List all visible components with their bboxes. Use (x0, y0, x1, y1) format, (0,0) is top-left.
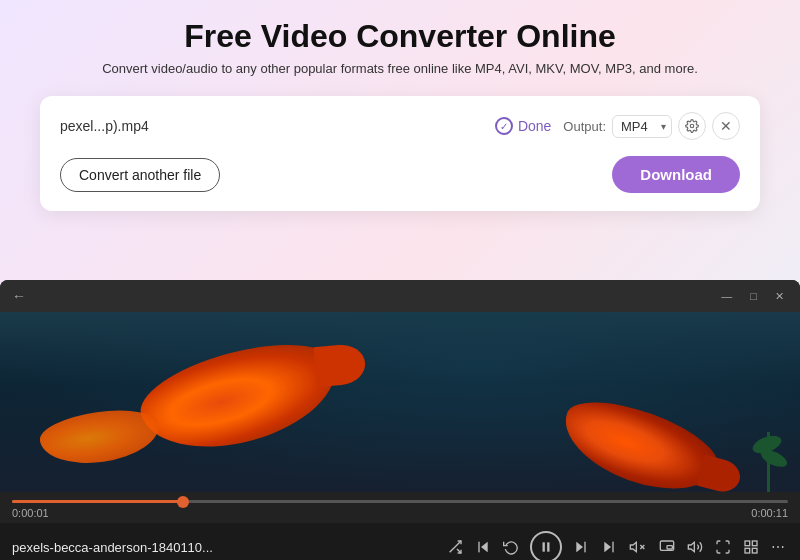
done-check-icon: ✓ (495, 117, 513, 135)
prev-track-icon[interactable] (472, 536, 494, 558)
player-close-btn[interactable]: ✕ (771, 288, 788, 305)
convert-another-button[interactable]: Convert another file (60, 158, 220, 192)
video-player: ← — □ ✕ 0:00:01 0:00:11 pexels-becca-a (0, 280, 800, 560)
player-minimize-btn[interactable]: — (717, 288, 736, 304)
output-label: Output: (563, 119, 606, 134)
next-frame-icon[interactable] (570, 536, 592, 558)
svg-rect-20 (752, 548, 757, 553)
player-back-icon[interactable]: ← (12, 288, 26, 304)
fullscreen-icon[interactable] (712, 536, 734, 558)
close-icon-btn[interactable]: ✕ (712, 112, 740, 140)
player-maximize-btn[interactable]: □ (746, 288, 761, 304)
volume-icon[interactable] (684, 536, 706, 558)
svg-rect-15 (667, 546, 672, 549)
output-section: Output: MP4 AVI MKV MOV MP3 ✕ (563, 112, 740, 140)
shuffle-icon[interactable] (444, 536, 466, 558)
player-extra-controls: ⋯ (656, 536, 788, 558)
player-right-controls (570, 536, 648, 558)
progress-track[interactable] (12, 500, 788, 503)
download-button[interactable]: Download (612, 156, 740, 193)
svg-marker-16 (688, 542, 694, 551)
done-label: Done (518, 118, 551, 134)
replay-icon[interactable] (500, 536, 522, 558)
file-name: pexel...p).mp4 (60, 118, 483, 134)
player-filename: pexels-becca-anderson-1840110... (12, 540, 436, 555)
next-track-icon[interactable] (598, 536, 620, 558)
water-plant (767, 432, 770, 492)
svg-rect-8 (584, 542, 585, 553)
settings-icon-btn[interactable] (678, 112, 706, 140)
player-window-controls: — □ ✕ (717, 288, 788, 305)
player-titlebar: ← — □ ✕ (0, 280, 800, 312)
total-time: 0:00:11 (751, 507, 788, 519)
page-title: Free Video Converter Online (10, 18, 790, 55)
svg-marker-3 (481, 542, 488, 553)
svg-marker-9 (604, 542, 611, 553)
svg-rect-18 (752, 541, 757, 546)
done-badge: ✓ Done (495, 117, 551, 135)
svg-rect-10 (612, 542, 613, 553)
svg-rect-4 (478, 542, 479, 553)
fish-scene (0, 312, 800, 492)
progress-thumb (177, 496, 189, 508)
play-pause-button[interactable] (530, 531, 562, 560)
card-top-row: pexel...p).mp4 ✓ Done Output: MP4 AVI MK… (60, 112, 740, 140)
format-wrapper[interactable]: MP4 AVI MKV MOV MP3 (612, 115, 672, 138)
player-left-controls (444, 536, 522, 558)
video-area (0, 312, 800, 492)
format-select[interactable]: MP4 AVI MKV MOV MP3 (612, 115, 672, 138)
card-bottom-row: Convert another file Download (60, 156, 740, 193)
page-subtitle: Convert video/audio to any other popular… (10, 61, 790, 76)
player-controls-bar: pexels-becca-anderson-1840110... (0, 523, 800, 560)
svg-rect-17 (745, 541, 750, 546)
more-options-icon[interactable]: ⋯ (768, 536, 788, 558)
progress-filled (12, 500, 183, 503)
player-progress-bar: 0:00:01 0:00:11 (0, 492, 800, 523)
svg-rect-5 (543, 542, 545, 551)
current-time: 0:00:01 (12, 507, 49, 519)
page-header: Free Video Converter Online Convert vide… (0, 0, 800, 82)
svg-marker-11 (630, 542, 636, 551)
time-row: 0:00:01 0:00:11 (12, 507, 788, 519)
svg-point-0 (690, 124, 694, 128)
converter-card: pexel...p).mp4 ✓ Done Output: MP4 AVI MK… (40, 96, 760, 211)
pip-icon[interactable] (656, 536, 678, 558)
svg-rect-19 (745, 548, 750, 553)
svg-marker-7 (576, 542, 583, 553)
svg-rect-6 (547, 542, 549, 551)
mute-icon[interactable] (626, 536, 648, 558)
zoom-icon[interactable] (740, 536, 762, 558)
